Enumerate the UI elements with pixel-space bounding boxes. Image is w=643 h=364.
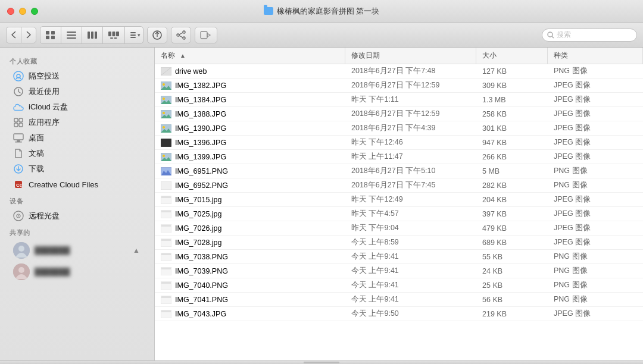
shared-item-2[interactable]: ███████ bbox=[4, 261, 151, 283]
sidebar-item-cc[interactable]: Cc Creative Cloud Files bbox=[4, 177, 151, 192]
sidebar-item-downloads[interactable]: 下载 bbox=[4, 161, 151, 177]
gallery-view-button[interactable] bbox=[103, 27, 125, 43]
file-name-cell: IMG_7039.PNG bbox=[155, 267, 345, 275]
file-name-cell: IMG_7025.jpg bbox=[155, 210, 345, 218]
file-name-cell: IMG_7038.PNG bbox=[155, 253, 345, 261]
col-header-date[interactable]: 修改日期 bbox=[345, 48, 476, 64]
col-header-size[interactable]: 大小 bbox=[476, 48, 548, 64]
file-kind-cell: PNG 图像 bbox=[548, 180, 643, 190]
minimize-button[interactable] bbox=[19, 8, 26, 15]
file-thumbnail bbox=[161, 167, 171, 175]
file-thumbnail bbox=[161, 124, 171, 133]
svg-point-28 bbox=[14, 71, 23, 81]
file-date-cell: 今天 上午9:41 bbox=[345, 280, 476, 290]
sidebar-label-cc: Creative Cloud Files bbox=[29, 180, 98, 189]
back-button[interactable] bbox=[6, 27, 21, 43]
file-date-cell: 今天 上午9:41 bbox=[345, 252, 476, 262]
tag-button[interactable] bbox=[195, 27, 217, 43]
file-date-cell: 昨天 下午1:11 bbox=[345, 95, 476, 105]
col-header-name[interactable]: 名称 ▲ bbox=[155, 48, 345, 64]
list-view-button[interactable] bbox=[61, 27, 82, 43]
titlebar: 橡椿枫的家庭影音拼图 第一块 bbox=[0, 0, 643, 23]
file-kind-cell: JPEG 图像 bbox=[548, 223, 643, 233]
resize-handle[interactable] bbox=[304, 362, 339, 363]
sidebar-item-airdrop[interactable]: 隔空投送 bbox=[4, 68, 151, 84]
sidebar-item-icloud[interactable]: iCloud 云盘 bbox=[4, 99, 151, 115]
table-row[interactable]: IMG_1382.JPG 2018年6月27日 下午12:59 309 KB J… bbox=[155, 79, 643, 93]
file-date-cell: 今天 上午8:59 bbox=[345, 237, 476, 247]
svg-rect-9 bbox=[95, 32, 97, 39]
table-row[interactable]: IMG_7040.PNG 今天 上午9:41 25 KB PNG 图像 bbox=[155, 278, 643, 293]
table-row[interactable]: IMG_1388.JPG 2018年6月27日 下午12:59 258 KB J… bbox=[155, 107, 643, 121]
svg-rect-14 bbox=[114, 37, 117, 39]
svg-marker-25 bbox=[207, 33, 210, 37]
table-row[interactable]: IMG_7028.jpg 今天 上午8:59 689 KB JPEG 图像 bbox=[155, 236, 643, 250]
icloud-icon bbox=[13, 102, 24, 112]
icon-view-button[interactable] bbox=[40, 27, 61, 43]
table-row[interactable]: IMG_7039.PNG 今天 上午9:41 24 KB PNG 图像 bbox=[155, 264, 643, 278]
table-row[interactable]: IMG_7026.jpg 昨天 下午9:04 479 KB JPEG 图像 bbox=[155, 221, 643, 236]
svg-rect-24 bbox=[201, 32, 207, 39]
more-view-button[interactable]: ▾ bbox=[125, 27, 143, 43]
table-row[interactable]: IMG_1399.JPG 昨天 上午11:47 266 KB JPEG 图像 bbox=[155, 150, 643, 164]
file-size-cell: 689 KB bbox=[476, 239, 548, 247]
action-button[interactable] bbox=[147, 27, 167, 43]
file-name-cell: drive web bbox=[155, 67, 345, 76]
table-row[interactable]: IMG_6951.PNG 2018年6月27日 下午5:10 5 MB PNG … bbox=[155, 164, 643, 178]
table-row[interactable]: IMG_1396.JPG 昨天 下午12:46 947 KB JPEG 图像 bbox=[155, 136, 643, 150]
file-list-header: 名称 ▲ 修改日期 大小 种类 bbox=[155, 48, 643, 64]
apps-icon bbox=[13, 117, 24, 128]
search-box[interactable]: 搜索 bbox=[542, 29, 637, 42]
shared-item-1[interactable]: ███████ ▲ bbox=[4, 240, 151, 261]
svg-line-23 bbox=[179, 36, 183, 37]
table-row[interactable]: IMG_6952.PNG 2018年6月27日 下午7:45 282 KB PN… bbox=[155, 178, 643, 193]
table-row[interactable]: IMG_1384.JPG 昨天 下午1:11 1.3 MB JPEG 图像 bbox=[155, 93, 643, 107]
file-kind-cell: PNG 图像 bbox=[548, 66, 643, 76]
close-button[interactable] bbox=[7, 8, 14, 15]
svg-rect-37 bbox=[15, 142, 22, 143]
svg-line-27 bbox=[552, 36, 554, 38]
toolbar: ▾ 搜索 bbox=[0, 23, 643, 48]
sidebar-item-docs[interactable]: 文稿 bbox=[4, 146, 151, 161]
sidebar-item-optical[interactable]: 远程光盘 bbox=[4, 208, 151, 224]
file-rows: drive web 2018年6月27日 下午7:48 127 KB PNG 图… bbox=[155, 64, 643, 360]
svg-point-57 bbox=[163, 112, 165, 114]
sidebar-item-desktop[interactable]: 桌面 bbox=[4, 130, 151, 146]
sidebar-item-recent[interactable]: 最近使用 bbox=[4, 84, 151, 99]
file-name-cell: IMG_7028.jpg bbox=[155, 239, 345, 247]
svg-point-64 bbox=[163, 155, 165, 157]
file-thumbnail bbox=[161, 181, 171, 190]
column-view-button[interactable] bbox=[82, 27, 103, 43]
svg-rect-74 bbox=[161, 225, 171, 227]
sidebar-label-apps: 应用程序 bbox=[29, 117, 60, 128]
file-name-cell: IMG_6951.PNG bbox=[155, 167, 345, 175]
forward-button[interactable] bbox=[21, 27, 36, 43]
file-name-cell: IMG_1396.JPG bbox=[155, 139, 345, 147]
shared-name-2: ███████ bbox=[35, 268, 70, 276]
col-header-kind[interactable]: 种类 bbox=[548, 48, 643, 64]
file-name-cell: IMG_1384.JPG bbox=[155, 96, 345, 104]
file-date-cell: 昨天 下午4:57 bbox=[345, 209, 476, 219]
svg-point-54 bbox=[163, 98, 165, 100]
file-date-cell: 2018年6月27日 下午4:39 bbox=[345, 123, 476, 133]
file-date-cell: 昨天 下午9:04 bbox=[345, 223, 476, 233]
svg-rect-82 bbox=[161, 282, 171, 284]
table-row[interactable]: IMG_7015.jpg 昨天 下午12:49 204 KB JPEG 图像 bbox=[155, 193, 643, 207]
eject-button-1[interactable]: ▲ bbox=[132, 246, 141, 255]
table-row[interactable]: IMG_7041.PNG 今天 上午9:41 56 KB PNG 图像 bbox=[155, 293, 643, 307]
table-row[interactable]: IMG_7038.PNG 今天 上午9:41 55 KB PNG 图像 bbox=[155, 250, 643, 264]
file-name-cell: IMG_7026.jpg bbox=[155, 224, 345, 233]
table-row[interactable]: IMG_7025.jpg 昨天 下午4:57 397 KB JPEG 图像 bbox=[155, 207, 643, 221]
maximize-button[interactable] bbox=[31, 8, 38, 15]
file-name-cell: IMG_7043.JPG bbox=[155, 310, 345, 318]
sidebar-item-apps[interactable]: 应用程序 bbox=[4, 115, 151, 130]
svg-rect-33 bbox=[14, 123, 18, 127]
table-row[interactable]: drive web 2018年6月27日 下午7:48 127 KB PNG 图… bbox=[155, 64, 643, 79]
table-row[interactable]: IMG_7043.JPG 今天 上午9:50 219 KB JPEG 图像 bbox=[155, 307, 643, 321]
share-button[interactable] bbox=[171, 27, 191, 43]
file-size-cell: 56 KB bbox=[476, 296, 548, 304]
svg-rect-11 bbox=[113, 32, 116, 36]
file-size-cell: 127 KB bbox=[476, 67, 548, 76]
file-thumbnail bbox=[161, 267, 171, 275]
table-row[interactable]: IMG_1390.JPG 2018年6月27日 下午4:39 301 KB JP… bbox=[155, 121, 643, 136]
